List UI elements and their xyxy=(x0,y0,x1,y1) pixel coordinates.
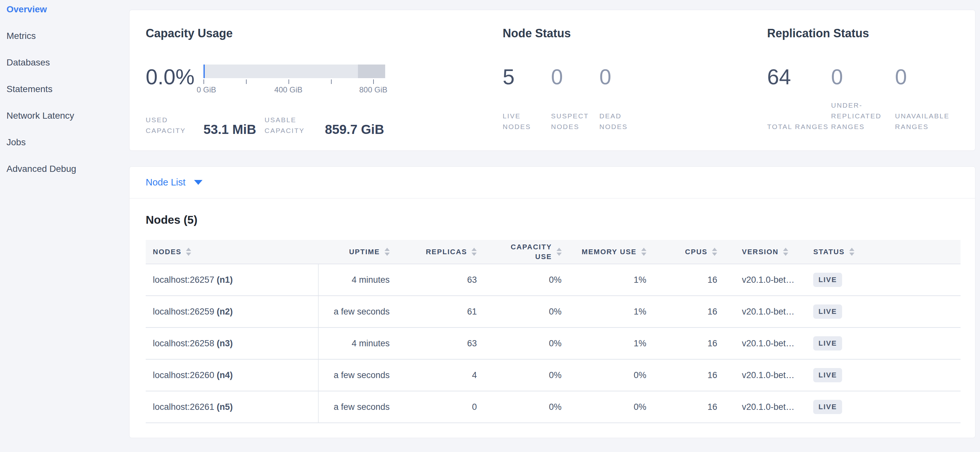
cell-capacity-use: 0% xyxy=(478,264,563,296)
node-address: localhost:26259 xyxy=(153,307,217,316)
sidebar-item-overview[interactable]: Overview xyxy=(6,5,129,14)
cell-node-name: localhost:26259 (n2) xyxy=(146,296,318,327)
sort-desc-icon xyxy=(641,252,646,256)
cell-uptime: 4 minutes xyxy=(318,327,391,359)
cell-cpus: 16 xyxy=(648,296,718,327)
column-label: MEMORY USE xyxy=(582,248,637,256)
column-header-status[interactable]: STATUS xyxy=(802,240,961,264)
column-header-inner: REPLICAS xyxy=(391,248,478,256)
capacity-stat-used-capacity: USED CAPACITY53.1 MiB xyxy=(146,114,256,136)
cell-status: LIVE xyxy=(802,327,961,359)
table-row[interactable]: localhost:26257 (n1)4 minutes630%1%16v20… xyxy=(146,264,961,296)
sort-asc-icon xyxy=(849,248,854,251)
sidebar-item-metrics[interactable]: Metrics xyxy=(6,31,129,41)
cluster-summary-card: Capacity Usage 0.0% 0 GiB400 GiB800 GiB … xyxy=(129,10,975,151)
capacity-gauge-bar xyxy=(204,65,385,78)
axis-tick-label: 0 GiB xyxy=(197,85,216,94)
replication-status-panel: Replication Status 6400 TOTAL RANGESUNDE… xyxy=(767,25,959,133)
sort-icon xyxy=(712,248,717,256)
stat-value: 53.1 MiB xyxy=(204,122,256,136)
cell-uptime: a few seconds xyxy=(318,391,391,423)
column-header-inner: VERSION xyxy=(718,248,802,256)
node-id: (n4) xyxy=(217,370,233,380)
node-address: localhost:26260 xyxy=(153,370,217,380)
column-header-uptime[interactable]: UPTIME xyxy=(318,240,391,264)
node-status-title: Node Status xyxy=(503,25,767,41)
view-selector-bar: Node List xyxy=(129,167,975,198)
axis-tick xyxy=(331,79,332,84)
node-address: localhost:26257 xyxy=(153,275,217,285)
table-row[interactable]: localhost:26261 (n5)a few seconds00%0%16… xyxy=(146,391,961,423)
main-content: Capacity Usage 0.0% 0 GiB400 GiB800 GiB … xyxy=(129,0,980,452)
column-label: VERSION xyxy=(742,248,778,256)
capacity-summaries: USED CAPACITY53.1 MiBUSABLE CAPACITY859.… xyxy=(146,114,503,136)
page: OverviewMetricsDatabasesStatementsNetwor… xyxy=(0,0,980,452)
nodes-table-section: Nodes (5) NODESUPTIMEREPLICASCAPACITY US… xyxy=(129,198,975,438)
cell-node-name: localhost:26258 (n3) xyxy=(146,327,318,359)
status-badge: LIVE xyxy=(813,305,842,319)
cell-uptime: 4 minutes xyxy=(318,264,391,296)
table-row[interactable]: localhost:26260 (n4)a few seconds40%0%16… xyxy=(146,359,961,391)
axis-tick-label: 400 GiB xyxy=(274,85,302,94)
stat-label-dead-nodes: DEAD NODES xyxy=(599,111,648,132)
node-status-numbers: 500 xyxy=(503,65,767,89)
cell-memory-use: 0% xyxy=(563,359,648,391)
status-badge: LIVE xyxy=(813,368,842,382)
capacity-gauge-row: 0.0% 0 GiB400 GiB800 GiB xyxy=(146,65,503,94)
sort-desc-icon xyxy=(849,252,854,256)
cell-status: LIVE xyxy=(802,391,961,423)
stat-value-dead-nodes: 0 xyxy=(599,65,648,89)
column-header-version[interactable]: VERSION xyxy=(718,240,802,264)
column-header-nodes[interactable]: NODES xyxy=(146,240,318,264)
cell-cpus: 16 xyxy=(648,264,718,296)
cell-status: LIVE xyxy=(802,296,961,327)
cell-version: v20.1.0-bet… xyxy=(718,264,802,296)
table-row[interactable]: localhost:26258 (n3)4 minutes630%1%16v20… xyxy=(146,327,961,359)
column-header-memory[interactable]: MEMORY USE xyxy=(563,240,648,264)
node-list-dropdown[interactable]: Node List xyxy=(146,177,202,188)
axis-tick xyxy=(288,79,289,84)
capacity-usage-panel: Capacity Usage 0.0% 0 GiB400 GiB800 GiB … xyxy=(146,25,503,133)
sidebar: OverviewMetricsDatabasesStatementsNetwor… xyxy=(0,0,129,452)
sort-desc-icon xyxy=(557,252,562,256)
sidebar-item-network-latency[interactable]: Network Latency xyxy=(6,111,129,121)
sort-asc-icon xyxy=(641,248,646,251)
column-header-cpus[interactable]: CPUS xyxy=(648,240,718,264)
cell-capacity-use: 0% xyxy=(478,359,563,391)
sort-icon xyxy=(783,248,788,256)
column-label: REPLICAS xyxy=(426,248,467,256)
stat-label: USABLE CAPACITY xyxy=(264,114,322,136)
column-label: UPTIME xyxy=(349,248,380,256)
stat-value-under-replicated-ranges: 0 xyxy=(831,65,895,89)
node-status-panel: Node Status 500 LIVE NODESSUSPECT NODESD… xyxy=(503,25,767,133)
replication-status-numbers: 6400 xyxy=(767,65,959,89)
stat-value: 859.7 GiB xyxy=(325,122,384,136)
cell-version: v20.1.0-bet… xyxy=(718,391,802,423)
sidebar-item-databases[interactable]: Databases xyxy=(6,58,129,67)
sort-icon xyxy=(849,248,854,256)
sort-desc-icon xyxy=(471,252,477,256)
cell-capacity-use: 0% xyxy=(478,327,563,359)
stat-value-total-ranges: 64 xyxy=(767,65,831,89)
sort-icon xyxy=(471,248,477,256)
capacity-gauge-reserved-segment xyxy=(358,65,385,78)
cell-status: LIVE xyxy=(802,359,961,391)
table-row[interactable]: localhost:26259 (n2)a few seconds610%1%1… xyxy=(146,296,961,327)
node-address: localhost:26258 xyxy=(153,338,217,348)
cell-cpus: 16 xyxy=(648,359,718,391)
sidebar-item-statements[interactable]: Statements xyxy=(6,84,129,94)
column-header-inner: MEMORY USE xyxy=(563,248,648,256)
sidebar-item-advanced-debug[interactable]: Advanced Debug xyxy=(6,164,129,174)
replication-status-labels: TOTAL RANGESUNDER-REPLICATED RANGESUNAVA… xyxy=(767,100,959,132)
sort-icon xyxy=(186,248,191,256)
stat-value-suspect-nodes: 0 xyxy=(551,65,599,89)
chevron-down-icon xyxy=(194,180,202,185)
column-header-replicas[interactable]: REPLICAS xyxy=(391,240,478,264)
column-header-capacity[interactable]: CAPACITY USE xyxy=(478,240,563,264)
column-header-inner: NODES xyxy=(146,248,318,256)
node-status-labels: LIVE NODESSUSPECT NODESDEAD NODES xyxy=(503,100,767,132)
sidebar-item-jobs[interactable]: Jobs xyxy=(6,138,129,147)
stat-label-suspect-nodes: SUSPECT NODES xyxy=(551,111,599,132)
column-header-inner: UPTIME xyxy=(318,248,391,256)
cell-replicas: 0 xyxy=(391,391,478,423)
